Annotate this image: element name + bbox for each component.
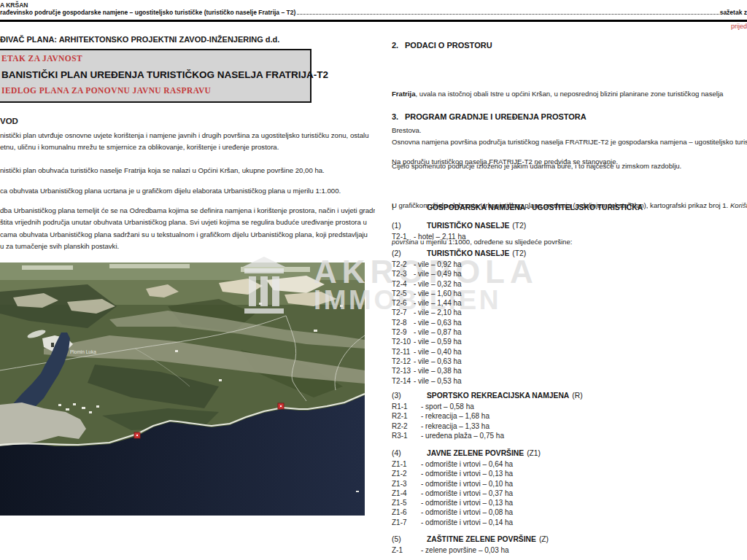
area-list-5: Z-1- zelene površine – 0,03 ha — [392, 545, 509, 555]
area-code: R2-1 — [392, 411, 421, 421]
list-item: R2-2- rekreacija – 1,33 ha — [392, 421, 504, 431]
area-list-4: Z1-1- odmorište i vrtovi – 0,64 haZ1-2- … — [392, 459, 513, 527]
section-number: 2. — [392, 41, 405, 50]
paragraph: Osnovna namjena površina područja turist… — [392, 136, 747, 149]
area-desc: - zelene površine – 0,03 ha — [421, 545, 509, 555]
group-number: I — [392, 203, 427, 211]
list-item: T2-2- vile – 0,92 ha — [392, 260, 462, 269]
area-list-3: R1-1- sport – 0,58 haR2-1- rekreacija – … — [392, 402, 504, 440]
area-desc: - vile – 1,44 ha — [414, 298, 462, 308]
area-desc: - vile – 0,38 ha — [414, 366, 462, 376]
group-number: (5) — [392, 535, 427, 543]
bold-lead: Fratrija — [392, 90, 416, 98]
list-item: Z-1- zelene površine – 0,03 ha — [392, 545, 509, 555]
list-item: T2-4- vile – 0,32 ha — [392, 279, 462, 289]
area-desc: - vile – 0,59 ha — [414, 337, 462, 346]
list-item: Z1-7- odmorište i vrtovi – 0,14 ha — [392, 518, 513, 527]
list-item: T2-7- vile – 2,10 ha — [392, 308, 462, 317]
area-code: Z-1 — [392, 545, 421, 555]
section-heading-program: 3. PROGRAM GRADNJE I UREĐENJA PROSTORA — [392, 112, 587, 121]
group-suffix: (Z1) — [527, 449, 541, 457]
area-code: Z1-5 — [392, 498, 421, 508]
text: Brestova. — [392, 125, 723, 137]
area-code: T2-2 — [392, 260, 414, 269]
title-box-subtitle-top: ETAK ZA JAVNOST — [1, 54, 310, 63]
boat-speck — [356, 491, 359, 492]
group-suffix: (Z) — [539, 535, 549, 543]
group-title: GOSPODARSKA NAMJENA - UGOSTITELJSKO TURI… — [427, 203, 643, 211]
group-suffix: (T2) — [512, 249, 526, 257]
area-desc: - vile – 0,92 ha — [414, 260, 462, 269]
list-item: T2-10- vile – 0,59 ha — [392, 337, 462, 346]
list-item: T2-3- vile – 0,49 ha — [392, 269, 462, 279]
area-code: T2-5 — [392, 289, 414, 298]
area-desc: - vile – 0,40 ha — [414, 347, 462, 357]
section-title: PODACI O PROSTORU — [405, 41, 492, 50]
group-suffix: (T2) — [512, 222, 526, 230]
area-desc: - odmorište i vrtovi – 0,13 ha — [421, 469, 513, 478]
group-title: SPORTSKO REKREACIJSKA NAMJENA — [427, 392, 569, 400]
area-code: R1-1 — [392, 402, 421, 411]
area-code: Z1-6 — [392, 508, 421, 517]
list-item: T2-14- vile – 0,53 ha — [392, 376, 462, 386]
title-box: ETAK ZA JAVNOST BANISTIČKI PLAN UREĐENJA… — [0, 49, 311, 103]
group-heading-3: (3) SPORTSKO REKREACIJSKA NAMJENA (R) — [392, 392, 583, 400]
list-item: Z1-2- odmorište i vrtovi – 0,13 ha — [392, 469, 513, 478]
group-title: ZAŠTITNE ZELENE POVRŠINE — [427, 535, 536, 543]
list-item: R3-1- uređena plaža – 0,75 ha — [392, 431, 504, 440]
area-code: T2-14 — [392, 376, 414, 386]
document-page: A KRŠAN rađevinsko područje gospodarske … — [0, 0, 747, 560]
paragraph: nistički plan obuhvaća turističko naselj… — [0, 165, 325, 176]
list-item: T2-5- vile – 1,60 ha — [392, 289, 462, 298]
area-desc: - rekreacija – 1,33 ha — [421, 421, 489, 431]
paragraph: nistički plan utvrđuje osnovne uvjete ko… — [0, 130, 369, 154]
section-heading-podaci: 2. PODACI O PROSTORU — [392, 41, 492, 50]
list-item: T2-13- vile – 0,38 ha — [392, 366, 462, 376]
area-desc: - rekreacija – 1,68 ha — [421, 411, 489, 421]
map-marker-2 — [278, 403, 284, 409]
area-desc: - vile – 0,53 ha — [414, 376, 462, 386]
list-item: R1-1- sport – 0,58 ha — [392, 402, 504, 411]
area-code: Z1-3 — [392, 479, 421, 489]
area-desc: - vile – 0,63 ha — [414, 318, 462, 327]
area-desc: - odmorište i vrtovi – 0,08 ha — [421, 508, 513, 517]
page-title: BANISTIČKI PLAN UREĐENJA TURISTIČKOG NAS… — [1, 69, 310, 81]
section-heading-uvod: VOD — [0, 117, 18, 125]
area-code: Z1-4 — [392, 489, 421, 498]
area-desc: - odmorište i vrtovi – 0,64 ha — [421, 459, 513, 469]
satellite-map: Plomin Luka — [0, 262, 365, 516]
area-desc: - odmorište i vrtovi – 0,37 ha — [421, 489, 513, 498]
area-code: T2-3 — [392, 269, 414, 279]
area-desc: - odmorište i vrtovi – 0,10 ha — [421, 479, 513, 489]
section-number: 3. — [392, 112, 405, 121]
paragraph: Na području turističkog naselja FRATRIJE… — [392, 156, 618, 168]
group-title: TURISTIČKO NASELJE — [427, 222, 509, 230]
list-item: Z1-1- odmorište i vrtovi – 0,64 ha — [392, 459, 513, 469]
group-heading-2: (2) TURISTIČKO NASELJE (T2) — [392, 249, 526, 257]
area-list-2: T2-2- vile – 0,92 haT2-3- vile – 0,49 ha… — [392, 260, 462, 386]
map-place-label: Plomin Luka — [70, 349, 96, 354]
area-desc: - odmorište i vrtovi – 0,13 ha — [421, 498, 513, 508]
italic-text: Korišten — [730, 201, 747, 209]
right-column: 2. PODACI O PROSTORU Fratrija, uvala na … — [392, 0, 747, 560]
area-desc: - vile – 2,10 ha — [414, 308, 462, 317]
area-desc: - vile – 0,87 ha — [414, 327, 462, 337]
area-code: T2-12 — [392, 357, 414, 366]
area-code: R3-1 — [392, 431, 421, 440]
section-title: PROGRAM GRADNJE I UREĐENJA PROSTORA — [405, 112, 587, 121]
list-item: Z1-5- odmorište i vrtovi – 0,13 ha — [392, 498, 513, 508]
group-title: TURISTIČKO NASELJE — [427, 249, 509, 257]
area-code: T2-10 — [392, 337, 414, 346]
area-code: T2-7 — [392, 308, 414, 317]
group-heading-5: (5) ZAŠTITNE ZELENE POVRŠINE (Z) — [392, 535, 549, 543]
area-desc: - vile – 1,60 ha — [414, 289, 462, 298]
area-desc: - vile – 0,49 ha — [414, 269, 462, 279]
list-item: T2-12- vile – 0,63 ha — [392, 357, 462, 366]
area-code: T2-1 — [392, 232, 414, 241]
group-number: (2) — [392, 249, 427, 257]
list-item: T2-11- vile – 0,40 ha — [392, 347, 462, 357]
area-code: T2-6 — [392, 298, 414, 308]
area-code: Z1-2 — [392, 469, 421, 478]
list-item: T2-1- hotel – 2,11 ha — [392, 232, 466, 241]
paragraph: dba Urbanističkog plana temeljit će se n… — [0, 205, 375, 252]
